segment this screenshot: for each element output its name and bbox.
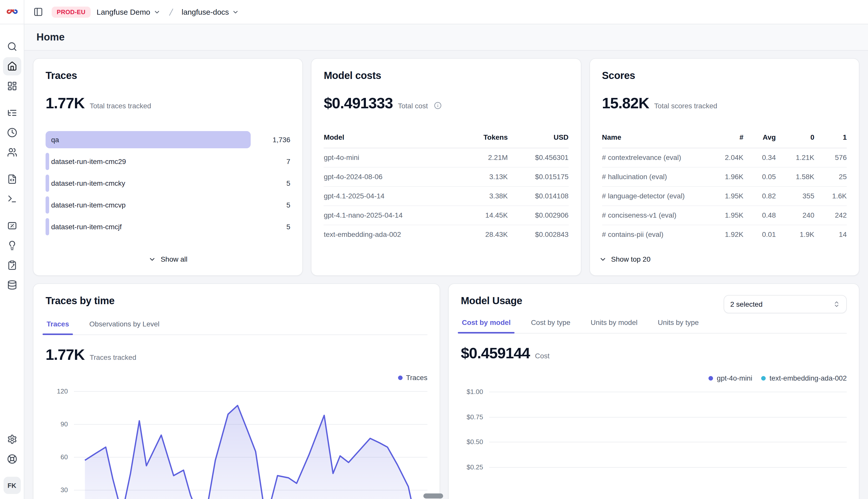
gridline [489, 442, 847, 442]
table-cell: $0.002843 [508, 230, 569, 239]
chevron-down-icon [148, 255, 156, 263]
info-icon[interactable] [434, 102, 442, 109]
table-cell: # language-detector (eval) [602, 192, 711, 200]
table-header-cell: Tokens [452, 133, 508, 141]
model-costs-card: Model costs $0.491333 Total cost ModelTo… [311, 58, 581, 276]
chevrons-up-down-icon [833, 301, 840, 308]
table-cell: 1.95K [711, 211, 744, 219]
users-icon [7, 147, 17, 157]
trace-bar-row: dataset-run-item-cmcvp5 [46, 196, 290, 214]
database-icon [7, 280, 17, 290]
tab-traces[interactable]: Traces [46, 320, 70, 334]
trace-bar-label: dataset-run-item-cmcvp [51, 196, 126, 214]
gridline [489, 417, 847, 417]
tab-observations-by-level[interactable]: Observations by Level [88, 320, 160, 334]
sidebar-item-dashboards[interactable] [3, 77, 21, 95]
table-cell: 242 [814, 211, 847, 219]
sidebar-item-users[interactable] [3, 143, 21, 161]
table-cell: 0.34 [744, 153, 776, 161]
sidebar-item-playground[interactable] [3, 190, 21, 208]
card-title: Model Usage [461, 295, 522, 307]
trace-bar-label: dataset-run-item-cmcjf [51, 218, 122, 235]
table-cell: # contextrelevance (eval) [602, 153, 711, 161]
project-switcher[interactable]: langfuse-docs [181, 8, 239, 16]
table-cell: $0.002906 [508, 211, 569, 219]
page-header: Home [24, 24, 868, 51]
table-cell: 1.21K [776, 153, 814, 161]
trace-bar-row: dataset-run-item-cmcjf5 [46, 218, 290, 235]
table-cell: 0.48 [744, 211, 776, 219]
scores-card: Scores 15.82K Total scores tracked Name#… [589, 58, 859, 276]
y-tick-label: $0.50 [467, 438, 483, 446]
table-cell: 14.45K [452, 211, 508, 219]
table-header-cell: 1 [814, 133, 847, 141]
sidebar-item-evals[interactable] [3, 217, 21, 235]
table-cell: 355 [776, 192, 814, 200]
breadcrumb-separator [166, 7, 176, 16]
lightbulb-icon [7, 240, 17, 251]
table-row: text-embedding-ada-00228.43K$0.002843 [324, 225, 569, 244]
user-avatar[interactable]: FK [3, 477, 21, 494]
tab-cost-by-model[interactable]: Cost by model [461, 318, 512, 333]
table-cell: gpt-4o-mini [324, 153, 452, 161]
table-cell: 1.6K [814, 192, 847, 200]
table-row: gpt-4o-mini2.21M$0.456301 [324, 148, 569, 168]
trace-bar-track: dataset-run-item-cmc29 [46, 153, 258, 170]
y-tick-label: $0.25 [467, 463, 483, 471]
trace-bar-track: dataset-run-item-cmcvp [46, 196, 258, 214]
tab-cost-by-type[interactable]: Cost by type [530, 318, 571, 333]
table-cell: # hallucination (eval) [602, 173, 711, 181]
trace-bar-value: 5 [258, 223, 290, 231]
trace-bar-track: dataset-run-item-cmcjf [46, 218, 258, 235]
home-icon [7, 61, 17, 71]
sidebar-toggle-button[interactable] [31, 4, 46, 20]
chevron-down-icon [599, 255, 606, 263]
sidebar-item-settings[interactable] [3, 430, 21, 448]
trace-bar-label: qa [51, 131, 59, 148]
sidebar-item-tracing[interactable] [3, 104, 21, 122]
organization-switcher[interactable]: Langfuse Demo [97, 8, 160, 16]
table-cell: 28.43K [452, 230, 508, 239]
table-cell: gpt-4o-2024-08-06 [324, 173, 452, 181]
table-row: gpt-4.1-2025-04-143.38K$0.014108 [324, 187, 569, 206]
traces-bar-list: qa1,736dataset-run-item-cmc297dataset-ru… [46, 131, 290, 235]
sidebar-item-support[interactable] [3, 450, 21, 468]
square-percent-icon [7, 221, 17, 231]
table-header-cell: Name [602, 133, 711, 141]
show-all-button[interactable]: Show all [46, 250, 290, 264]
table-row: # conciseness-v1 (eval)1.95K0.48240242 [602, 206, 847, 225]
table-cell: 240 [776, 211, 814, 219]
sidebar-item-sessions[interactable] [3, 123, 21, 142]
top-bar: PROD-EU Langfuse Demo langfuse-docs [0, 0, 868, 24]
y-tick-label: $0.75 [467, 413, 483, 421]
legend-label: Traces [406, 374, 427, 381]
sidebar-item-prompts[interactable] [3, 170, 21, 188]
trace-bar [46, 196, 49, 214]
sidebar-item-annotation-queues[interactable] [3, 256, 21, 274]
sidebar-item-search[interactable] [3, 37, 21, 56]
tab-units-by-model[interactable]: Units by model [590, 318, 639, 333]
table-header-row: Name#Avg01 [602, 133, 847, 148]
table-row: gpt-4o-2024-08-063.13K$0.015175 [324, 168, 569, 187]
trace-bar-value: 5 [258, 201, 290, 209]
sidebar-item-insights[interactable] [3, 236, 21, 255]
scrollbar-thumb[interactable] [423, 494, 443, 499]
langfuse-logo-icon[interactable] [6, 6, 18, 18]
table-cell: 25 [814, 173, 847, 181]
sidebar-item-home[interactable] [3, 57, 21, 75]
total-cost-value: $0.491333 [324, 95, 393, 112]
table-row: gpt-4.1-nano-2025-04-1414.45K$0.002906 [324, 206, 569, 225]
chevron-down-icon [153, 8, 160, 15]
trace-bar-track: dataset-run-item-cmcky [46, 174, 258, 192]
card-title: Model costs [324, 70, 569, 82]
trace-bar-label: dataset-run-item-cmcky [51, 174, 125, 192]
sidebar-item-datasets[interactable] [3, 276, 21, 294]
environment-badge: PROD-EU [52, 6, 91, 17]
show-top-20-label: Show top 20 [611, 255, 651, 263]
model-select[interactable]: 2 selected [724, 295, 847, 313]
traces-total-label: Total traces tracked [90, 102, 151, 110]
show-top-20-button[interactable]: Show top 20 [599, 250, 847, 264]
table-header-cell: USD [508, 133, 569, 141]
tab-units-by-type[interactable]: Units by type [657, 318, 700, 333]
trace-bar-value: 7 [258, 157, 290, 166]
